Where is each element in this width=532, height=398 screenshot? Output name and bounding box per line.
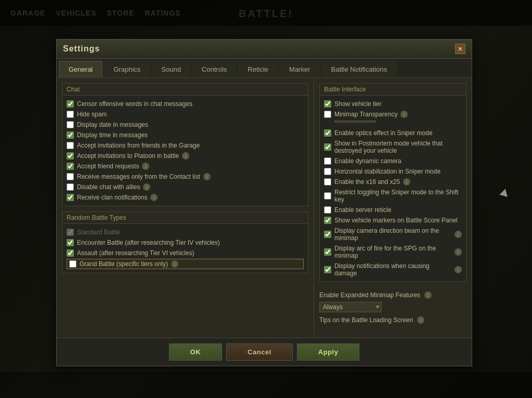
chat-checkbox-7[interactable] — [67, 173, 74, 180]
cancel-button[interactable]: Cancel — [226, 343, 293, 361]
battle-type-checkbox-1[interactable] — [67, 239, 74, 246]
battle-interface-title: Battle Interface — [320, 84, 466, 96]
bi-info-12[interactable]: i — [455, 248, 462, 256]
expanded-minimap-dropdown-row: Enable Expanded Minimap Features i — [319, 289, 466, 301]
chat-section-body: Censor offensive words in chat messages … — [62, 96, 308, 206]
dialog-title: Settings — [63, 44, 100, 54]
battle-type-checkbox-2[interactable] — [67, 249, 74, 257]
chat-label-8: Disable chat with allies — [77, 183, 140, 191]
chat-label-2: Display date in messages — [77, 121, 148, 128]
battle-type-item-0: Standard Battle — [67, 227, 304, 237]
tips-info[interactable]: i — [417, 316, 424, 324]
bi-label-8: Restrict toggling the Sniper mode to the… — [334, 189, 462, 203]
bi-checkbox-13[interactable] — [324, 266, 331, 273]
bi-label-13: Display notifications when causing damag… — [334, 262, 451, 277]
battle-type-checkbox-0[interactable] — [67, 229, 74, 236]
battle-types-body: Standard Battle Encounter Battle (after … — [62, 224, 308, 273]
minimap-slider[interactable] — [334, 121, 376, 123]
bi-checkbox-7[interactable] — [324, 178, 331, 185]
bi-item-6: Horizontal stabilization in Sniper mode — [324, 166, 462, 177]
chat-info-7[interactable]: i — [203, 173, 211, 180]
expanded-minimap-row: Enable Expanded Minimap Features i Alway… — [319, 287, 466, 314]
bi-label-6: Horizontal stabilization in Sniper mode — [334, 168, 440, 175]
expanded-minimap-info[interactable]: i — [424, 291, 432, 299]
bi-checkbox-11[interactable] — [324, 231, 331, 238]
chat-checkbox-2[interactable] — [67, 121, 74, 128]
bi-checkbox-3[interactable] — [324, 129, 331, 137]
battle-type-label-2: Assault (after researching Tier VI vehic… — [77, 249, 194, 257]
bi-item-5: Enable dynamic camera — [324, 156, 462, 166]
bi-info-7[interactable]: i — [403, 178, 410, 185]
bi-item-9: Enable server reticle — [324, 205, 462, 215]
chat-label-0: Censor offensive words in chat messages — [77, 100, 192, 108]
chat-item-3: Display time in messages — [67, 130, 304, 140]
tab-marker[interactable]: Marker — [279, 61, 320, 77]
chat-checkbox-3[interactable] — [67, 131, 74, 139]
bi-checkbox-0[interactable] — [324, 100, 331, 108]
chat-checkbox-4[interactable] — [67, 142, 74, 149]
ok-button[interactable]: OK — [169, 343, 223, 361]
bi-checkbox-6[interactable] — [324, 168, 331, 175]
apply-button[interactable]: Apply — [297, 343, 360, 361]
dialog-footer: OK Cancel Apply — [57, 338, 472, 366]
tips-label: Tips on the Battle Loading Screen — [319, 316, 413, 324]
bi-item-7: Enable the x16 and x25 i — [324, 177, 462, 187]
bi-checkbox-8[interactable] — [324, 192, 331, 200]
bi-item-8: Restrict toggling the Sniper mode to the… — [324, 187, 462, 205]
chat-item-9: Receive clan notifications i — [67, 192, 304, 203]
chat-label-3: Display time in messages — [77, 131, 148, 139]
bi-checkbox-5[interactable] — [324, 157, 331, 165]
bi-label-4: Show in Postmortem mode vehicle that des… — [334, 140, 462, 154]
dialog-titlebar: Settings × — [57, 39, 472, 59]
tips-row: Tips on the Battle Loading Screen i — [319, 314, 466, 325]
chat-checkbox-9[interactable] — [67, 194, 74, 201]
chat-checkbox-5[interactable] — [67, 152, 74, 160]
bi-info-11[interactable]: i — [455, 231, 462, 238]
bi-label-0: Show vehicle tier — [334, 100, 382, 108]
battle-type-item-3: Grand Battle (specific tiers only) i — [67, 259, 304, 269]
tab-general[interactable]: General — [59, 61, 102, 77]
dialog-content: Chat Censor offensive words in chat mess… — [57, 78, 472, 338]
bi-checkbox-1[interactable] — [324, 111, 331, 118]
chat-checkbox-6[interactable] — [67, 163, 74, 170]
bi-checkbox-10[interactable] — [324, 217, 331, 224]
tabs-bar: General Graphics Sound Controls Reticle … — [57, 59, 472, 78]
right-panel: Battle Interface Show vehicle tier Minim… — [314, 78, 472, 338]
close-button[interactable]: × — [455, 44, 465, 54]
chat-info-6[interactable]: i — [142, 163, 149, 170]
chat-checkbox-8[interactable] — [67, 183, 74, 191]
expanded-minimap-select[interactable]: Always Never In battle — [319, 302, 382, 312]
tab-reticle[interactable]: Reticle — [238, 61, 278, 77]
tab-sound[interactable]: Sound — [151, 61, 191, 77]
bi-label-11: Display camera direction beam on the min… — [334, 227, 451, 242]
bi-item-4: Show in Postmortem mode vehicle that des… — [324, 138, 462, 156]
bi-checkbox-12[interactable] — [324, 248, 331, 256]
chat-checkbox-0[interactable] — [67, 100, 74, 108]
expanded-minimap-label: Enable Expanded Minimap Features — [319, 291, 420, 299]
bi-info-13[interactable]: i — [455, 266, 462, 273]
chat-info-5[interactable]: i — [182, 152, 189, 160]
tab-battle-notifications[interactable]: Battle Notifications — [321, 61, 397, 77]
chat-info-9[interactable]: i — [150, 194, 158, 201]
tab-graphics[interactable]: Graphics — [103, 61, 150, 77]
chat-item-1: Hide spam — [67, 109, 304, 120]
bi-label-12: Display arc of fire for the SPG on the m… — [334, 245, 451, 259]
settings-dialog: Settings × General Graphics Sound Contro… — [56, 39, 472, 366]
chat-item-2: Display date in messages — [67, 120, 304, 130]
bi-item-1: Minimap Transparency i — [324, 109, 462, 120]
bi-item-10: Show vehicle markers on Battle Score Pan… — [324, 215, 462, 225]
bi-checkbox-4[interactable] — [324, 143, 331, 151]
chat-item-8: Disable chat with allies i — [67, 182, 304, 192]
bi-info-1[interactable]: i — [400, 111, 408, 118]
tab-controls[interactable]: Controls — [192, 61, 237, 77]
chat-label-7: Receive messages only from the Contact l… — [77, 173, 200, 180]
bi-label-7: Enable the x16 and x25 — [334, 178, 400, 185]
bi-checkbox-9[interactable] — [324, 206, 331, 214]
battle-type-checkbox-3[interactable] — [69, 260, 76, 268]
chat-item-5: Accept invitations to Platoon in battle … — [67, 151, 304, 161]
chat-checkbox-1[interactable] — [67, 111, 74, 118]
battle-type-info-3[interactable]: i — [171, 260, 178, 268]
chat-label-5: Accept invitations to Platoon in battle — [77, 152, 179, 160]
chat-info-8[interactable]: i — [143, 183, 150, 191]
battle-type-label-3: Grand Battle (specific tiers only) — [80, 260, 168, 268]
